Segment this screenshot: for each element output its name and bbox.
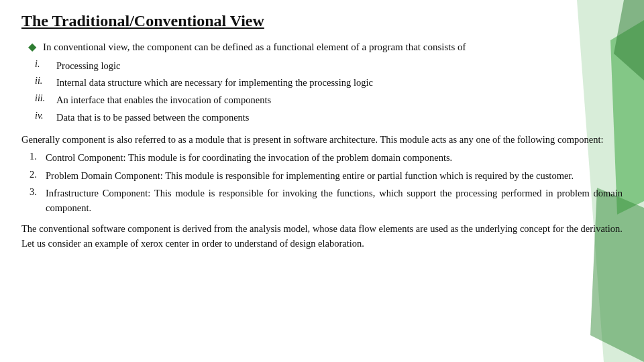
roman-num-2: ii. xyxy=(35,76,56,86)
ordered-item-3: 3. Infrastructure Component: This module… xyxy=(30,186,623,216)
ordered-num-2: 2. xyxy=(30,169,46,180)
roman-num-4: iv. xyxy=(35,111,56,121)
ordered-text-3: Infrastructure Component: This module is… xyxy=(46,186,623,216)
roman-text-4: Data that is to be passed between the co… xyxy=(56,111,250,125)
roman-num-3: iii. xyxy=(35,93,56,104)
bullet-diamond: ◆ xyxy=(28,40,36,53)
ordered-text-2: Problem Domain Component: This module is… xyxy=(46,169,574,184)
roman-item-2: ii. Internal data structure which are ne… xyxy=(35,76,623,90)
roman-list: i. Processing logic ii. Internal data st… xyxy=(35,59,623,125)
roman-text-3: An interface that enables the invocation… xyxy=(56,93,271,108)
roman-text-2: Internal data structure which are necess… xyxy=(56,76,373,90)
ordered-text-1: Control Component: This module is for co… xyxy=(46,151,452,166)
slide-container: The Traditional/Conventional View ◆ In c… xyxy=(0,0,644,362)
ordered-item-1: 1. Control Component: This module is for… xyxy=(30,151,623,166)
intro-text: In conventional view, the component can … xyxy=(43,40,466,55)
intro-bullet: ◆ In conventional view, the component ca… xyxy=(21,40,623,55)
ordered-item-2: 2. Problem Domain Component: This module… xyxy=(30,169,623,184)
roman-item-3: iii. An interface that enables the invoc… xyxy=(35,93,623,108)
roman-item-4: iv. Data that is to be passed between th… xyxy=(35,111,623,125)
slide-title: The Traditional/Conventional View xyxy=(21,12,623,30)
roman-item-1: i. Processing logic xyxy=(35,59,623,74)
paragraph-2: The conventional software component is d… xyxy=(21,221,623,251)
slide-content: The Traditional/Conventional View ◆ In c… xyxy=(21,12,623,251)
ordered-list: 1. Control Component: This module is for… xyxy=(30,151,623,216)
paragraph-1: Generally component is also referred to … xyxy=(21,132,623,147)
roman-text-1: Processing logic xyxy=(56,59,120,74)
ordered-num-3: 3. xyxy=(30,186,46,198)
roman-num-1: i. xyxy=(35,59,56,70)
ordered-num-1: 1. xyxy=(30,151,46,162)
